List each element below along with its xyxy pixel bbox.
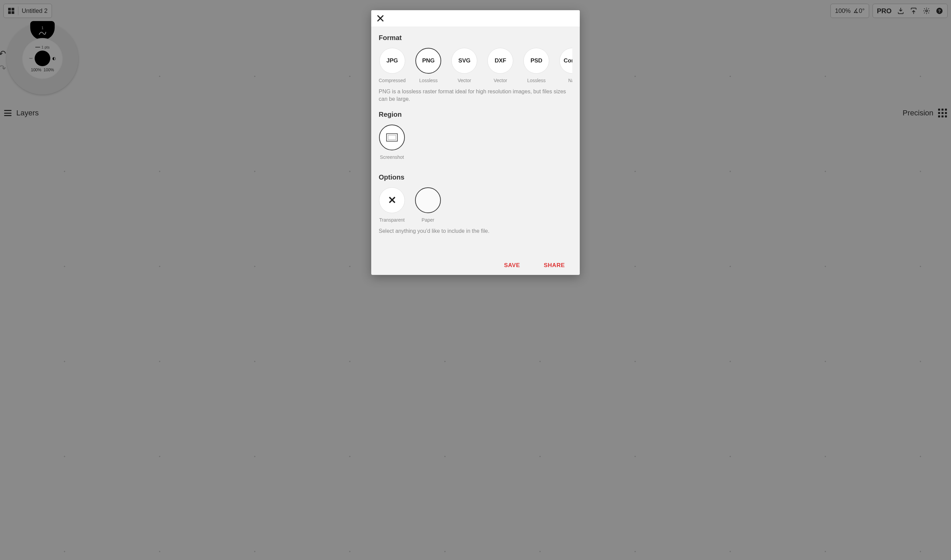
close-icon[interactable]	[376, 14, 385, 23]
format-dxf[interactable]: DXF Vector	[487, 48, 513, 83]
format-png-label: Lossless	[419, 78, 438, 83]
format-svg[interactable]: SVG Vector	[451, 48, 478, 83]
format-dxf-circle[interactable]: DXF	[487, 48, 513, 74]
format-dxf-label: Vector	[494, 78, 507, 83]
option-paper[interactable]: Paper	[415, 187, 441, 223]
format-psd-label: Lossless	[527, 78, 546, 83]
x-icon: ✕	[388, 194, 396, 206]
region-screenshot[interactable]: Screenshot	[379, 125, 405, 160]
option-paper-label: Paper	[421, 217, 434, 223]
format-concepts[interactable]: Conce Nati	[559, 48, 572, 83]
region-section-title: Region	[379, 111, 572, 118]
format-concepts-label: Nati	[568, 78, 572, 83]
region-options-row: Screenshot	[379, 125, 572, 160]
format-options-row: JPG Compressed PNG Lossless SVG Vector D…	[379, 48, 572, 83]
export-dialog: Format JPG Compressed PNG Lossless SVG V…	[371, 10, 580, 275]
format-png[interactable]: PNG Lossless	[415, 48, 442, 83]
save-button[interactable]: SAVE	[504, 262, 520, 269]
format-psd[interactable]: PSD Lossless	[523, 48, 550, 83]
option-transparent[interactable]: ✕ Transparent	[379, 187, 405, 223]
format-description: PNG is a lossless raster format ideal fo…	[379, 88, 572, 103]
dialog-header	[371, 10, 580, 26]
dialog-footer: SAVE SHARE	[371, 256, 580, 275]
format-jpg-circle[interactable]: JPG	[379, 48, 405, 74]
format-concepts-circle[interactable]: Conce	[560, 48, 572, 74]
format-section-title: Format	[379, 34, 572, 42]
dialog-body: Format JPG Compressed PNG Lossless SVG V…	[371, 26, 580, 256]
share-button[interactable]: SHARE	[544, 262, 565, 269]
options-description: Select anything you'd like to include in…	[379, 228, 572, 235]
format-jpg[interactable]: JPG Compressed	[379, 48, 405, 83]
format-psd-circle[interactable]: PSD	[523, 48, 549, 74]
option-transparent-label: Transparent	[379, 217, 405, 223]
format-svg-circle[interactable]: SVG	[452, 48, 477, 74]
options-row: ✕ Transparent Paper	[379, 187, 572, 223]
format-png-circle[interactable]: PNG	[415, 48, 441, 74]
screenshot-icon	[386, 133, 398, 142]
format-svg-label: Vector	[458, 78, 472, 83]
region-screenshot-label: Screenshot	[380, 154, 404, 160]
options-section-title: Options	[379, 174, 572, 181]
region-screenshot-circle[interactable]	[379, 125, 405, 150]
format-jpg-label: Compressed	[379, 78, 405, 83]
option-paper-circle[interactable]	[415, 187, 441, 213]
option-transparent-circle[interactable]: ✕	[379, 187, 405, 213]
